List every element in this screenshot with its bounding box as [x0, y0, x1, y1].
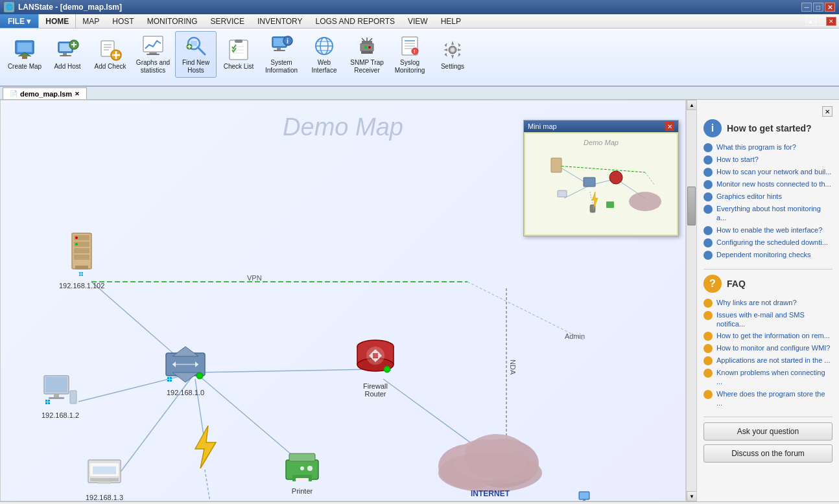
info-icon: i [703, 119, 722, 137]
web-interface-button[interactable]: Web Interface [303, 31, 345, 78]
ribbon-restore-button[interactable]: □ [816, 17, 826, 26]
panel-close-button[interactable]: ✕ [822, 106, 833, 117]
map-canvas[interactable]: Demo Map VPN [0, 100, 686, 501]
svg-point-121 [300, 466, 304, 470]
faq-link-4[interactable]: How to monitor and configure WMI? [703, 343, 833, 353]
menu-monitoring[interactable]: MONITORING [141, 14, 204, 28]
menu-view[interactable]: VIEW [401, 14, 434, 28]
faq-links: Why links are not drawn? Issues with e-m… [703, 298, 833, 408]
check-list-button[interactable]: Check List [218, 31, 259, 78]
svg-rect-117 [289, 453, 315, 461]
link-web-interface[interactable]: How to enable the web interface? [703, 225, 833, 235]
faq-link-3[interactable]: How to get the information on rem... [703, 331, 833, 341]
node-server[interactable]: 192.168.1.102 [59, 230, 104, 290]
ribbon-minimize-button[interactable]: ▲ [805, 17, 816, 26]
router-label: 192.168.1.0 [167, 389, 204, 396]
settings-button[interactable]: Settings [432, 31, 473, 78]
sys-info-button[interactable]: i System Information [261, 31, 302, 78]
svg-rect-43 [362, 41, 372, 44]
create-map-label: Create Map [8, 63, 41, 71]
scroll-down-button[interactable]: ▼ [687, 491, 697, 501]
scroll-thumb[interactable] [687, 187, 696, 225]
faq-link-1[interactable]: Why links are not drawn? [703, 298, 833, 308]
mini-map-close-button[interactable]: ✕ [665, 122, 674, 131]
map-tab-close[interactable]: ✕ [75, 91, 80, 97]
add-host-button[interactable]: Add Host [47, 31, 88, 78]
node-router[interactable]: 192.168.1.0 [160, 343, 211, 396]
svg-rect-19 [147, 54, 160, 55]
menu-map[interactable]: MAP [76, 14, 106, 28]
menu-bar: FILE ▾ HOME MAP HOST MONITORING SERVICE … [0, 14, 839, 29]
svg-rect-95 [49, 397, 64, 399]
svg-rect-47 [361, 51, 373, 54]
ribbon-close-button[interactable]: ✕ [826, 17, 836, 26]
window-controls: ─ □ ✕ [801, 3, 835, 12]
faq-title: FAQ [727, 279, 746, 289]
link-icon-1 [703, 143, 713, 152]
svg-rect-94 [54, 394, 59, 397]
node-internet[interactable]: INTERNET [432, 431, 549, 498]
svg-rect-74 [74, 248, 89, 253]
link-host-monitoring[interactable]: Everything about host monitoring a... [703, 204, 833, 223]
web-interface-label: Web Interface [305, 59, 343, 74]
node-extra-icon[interactable] [578, 489, 593, 501]
mini-map-content[interactable]: Demo Map [524, 132, 678, 236]
web-interface-icon [313, 34, 336, 58]
faq-link-6[interactable]: Known problems when connecting ... [703, 368, 833, 387]
close-button[interactable]: ✕ [825, 3, 835, 12]
node-lightning [189, 424, 221, 470]
ask-question-button[interactable]: Ask your question [703, 422, 833, 441]
menu-file[interactable]: FILE ▾ [0, 14, 38, 28]
svg-point-151 [629, 192, 661, 211]
svg-rect-103 [90, 478, 119, 481]
menu-inventory[interactable]: INVENTORY [251, 14, 309, 28]
firewall-label: FirewallRouter [363, 382, 388, 398]
map-tab[interactable]: 📄 demo_map.lsm ✕ [3, 87, 87, 99]
link-icon-9 [703, 251, 713, 260]
minimize-button[interactable]: ─ [801, 3, 812, 12]
svg-text:i: i [287, 37, 289, 45]
ribbon-toolbar: Create Map Add Host [0, 29, 839, 87]
link-icon-7 [703, 226, 713, 235]
add-check-button[interactable]: Add Check [89, 31, 131, 78]
svg-point-150 [609, 171, 622, 184]
menu-help[interactable]: HELP [434, 14, 467, 28]
node-pc1[interactable]: 192.168.1.2 [41, 372, 80, 419]
svg-rect-6 [60, 55, 71, 56]
node-pc3[interactable]: 192.168.1.3 [85, 453, 124, 501]
faq-link-2[interactable]: Issues with e-mail and SMS notifica... [703, 310, 833, 329]
link-monitor-hosts[interactable]: Monitor new hosts connected to th... [703, 179, 833, 189]
svg-line-21 [198, 47, 205, 54]
menu-host[interactable]: HOST [106, 14, 140, 28]
node-printer[interactable]: Printer [283, 450, 322, 495]
maximize-button[interactable]: □ [813, 3, 823, 12]
link-scheduled[interactable]: Configuring the scheduled downti... [703, 238, 833, 247]
node-firewall[interactable]: FirewallRouter [349, 334, 401, 398]
svg-line-70 [467, 282, 584, 340]
faq-link-5[interactable]: Applications are not started in the ... [703, 356, 833, 365]
graphs-button[interactable]: Graphs and statistics [132, 31, 174, 78]
map-scrollbar[interactable]: ▲ ▼ [686, 100, 696, 501]
settings-icon [441, 38, 464, 62]
svg-rect-104 [98, 481, 111, 484]
link-scan-network[interactable]: How to scan your network and buil... [703, 167, 833, 177]
menu-logs[interactable]: LOGS AND REPORTS [309, 14, 401, 28]
faq-link-icon-7 [703, 390, 713, 399]
find-hosts-button[interactable]: Find New Hosts [175, 31, 217, 78]
check-list-label: Check List [224, 63, 254, 71]
link-what-for[interactable]: What this program is for? [703, 143, 833, 152]
create-map-button[interactable]: Create Map [4, 31, 45, 78]
getting-started-section: i How to get started? What this program … [703, 119, 833, 260]
faq-link-7[interactable]: Where does the program store the ... [703, 389, 833, 408]
link-dependent[interactable]: Dependent monitoring checks [703, 250, 833, 260]
map-tab-label: demo_map.lsm [20, 90, 72, 98]
discuss-forum-button[interactable]: Discuss on the forum [703, 444, 833, 463]
link-graphics-hints[interactable]: Graphics editor hints [703, 192, 833, 201]
scroll-up-button[interactable]: ▲ [687, 100, 697, 110]
svg-rect-149 [558, 190, 567, 197]
link-how-start[interactable]: How to start? [703, 155, 833, 165]
syslog-button[interactable]: ! Syslog Monitoring [389, 31, 431, 78]
menu-home[interactable]: HOME [38, 14, 76, 28]
snmp-button[interactable]: SNMP Trap Receiver [346, 31, 388, 78]
menu-service[interactable]: SERVICE [204, 14, 250, 28]
